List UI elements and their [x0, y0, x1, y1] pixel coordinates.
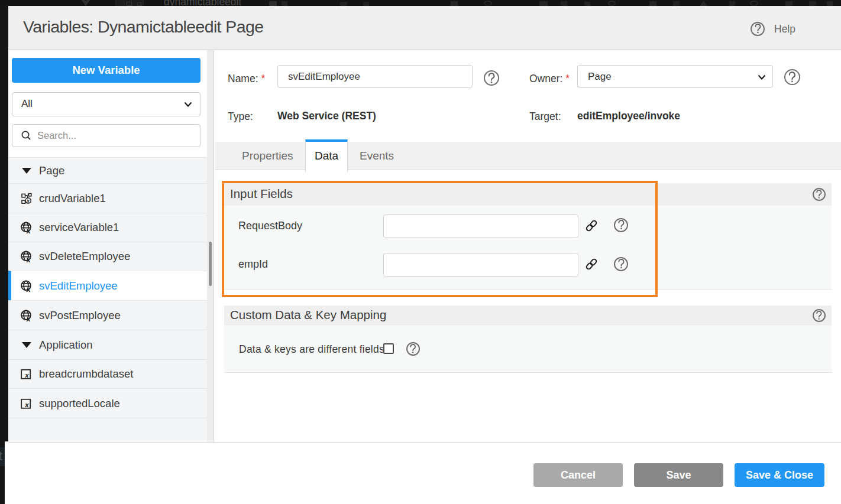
svg-text:x: x [26, 314, 31, 321]
svg-text:x: x [24, 401, 29, 408]
svg-text:x: x [24, 372, 29, 379]
svg-text:x: x [26, 256, 31, 263]
svg-text:x: x [26, 227, 31, 234]
svg-text:x: x [26, 285, 31, 292]
